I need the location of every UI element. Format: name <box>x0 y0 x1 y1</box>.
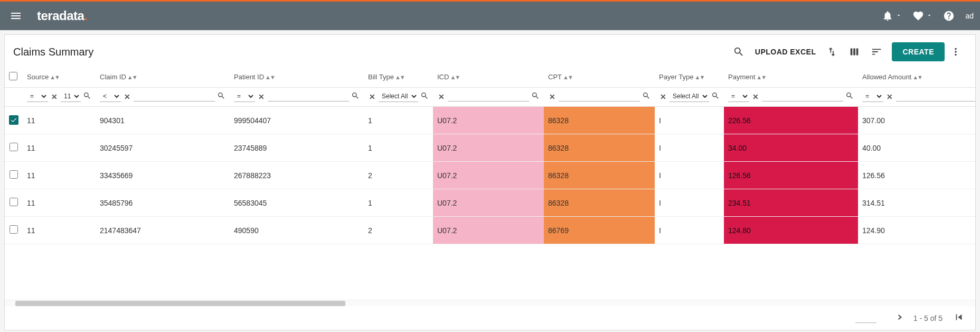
cell-source: 11 <box>23 189 96 217</box>
search-icon[interactable] <box>733 46 745 58</box>
row-checkbox-cell[interactable] <box>5 217 23 244</box>
cell-patient-id: 490590 <box>230 217 364 244</box>
search-icon[interactable] <box>531 91 540 102</box>
col-source[interactable]: Source▲▼ <box>23 67 96 88</box>
page-header: Claims Summary UPLOAD EXCEL CREATE <box>5 35 975 67</box>
col-claim-id[interactable]: Claim ID▲▼ <box>96 67 230 88</box>
help-icon[interactable] <box>943 10 955 22</box>
import-export-icon[interactable] <box>826 46 838 58</box>
cell-allowed: 307.00 <box>858 107 975 134</box>
col-icd[interactable]: ICD▲▼ <box>433 67 544 88</box>
horizontal-scrollbar[interactable] <box>5 300 975 306</box>
table-scroll[interactable]: Source▲▼ Claim ID▲▼ Patient ID▲▼ Bill Ty… <box>5 67 975 300</box>
search-icon[interactable] <box>351 91 360 102</box>
filter-op-select[interactable]: = <box>27 91 48 102</box>
filter-op-select[interactable]: = <box>234 91 255 102</box>
col-bill-type[interactable]: Bill Type▲▼ <box>364 67 433 88</box>
select-all-header[interactable] <box>5 67 23 88</box>
user-label[interactable]: ad <box>965 12 974 20</box>
clear-icon[interactable]: ✕ <box>548 93 557 101</box>
filter-input[interactable] <box>896 91 975 102</box>
col-payment[interactable]: Payment▲▼ <box>724 67 858 88</box>
search-icon[interactable] <box>217 91 225 102</box>
create-button[interactable]: CREATE <box>892 42 945 61</box>
cell-bill-type: 1 <box>364 107 433 134</box>
sort-icon[interactable] <box>871 46 882 58</box>
filter-input[interactable] <box>762 91 843 102</box>
checkbox-checked-icon[interactable] <box>9 115 18 125</box>
table-row[interactable]: 1121474836474905902U07.286769I124.80124.… <box>5 217 975 244</box>
table-row[interactable]: 11334356692678882232U07.286328I126.56126… <box>5 162 975 189</box>
filter-op-select[interactable]: = <box>862 91 883 102</box>
col-cpt[interactable]: CPT▲▼ <box>544 67 655 88</box>
col-allowed[interactable]: Allowed Amount▲▼ <box>858 67 975 88</box>
upload-excel-button[interactable]: UPLOAD EXCEL <box>755 48 816 56</box>
next-page-icon[interactable] <box>891 311 903 325</box>
filter-select[interactable]: Select All <box>379 91 418 102</box>
cell-payer-type: I <box>655 162 724 189</box>
clear-icon[interactable]: ✕ <box>885 93 894 101</box>
col-patient-id[interactable]: Patient ID▲▼ <box>230 67 364 88</box>
main-panel: Claims Summary UPLOAD EXCEL CREATE Sourc… <box>4 34 976 330</box>
cell-icd: U07.2 <box>433 134 544 162</box>
sort-icon: ▲▼ <box>695 74 704 80</box>
select-all-checkbox[interactable] <box>9 72 17 80</box>
cell-cpt: 86769 <box>544 217 655 244</box>
first-page-icon[interactable] <box>953 311 965 325</box>
cell-claim-id: 35485796 <box>96 189 230 217</box>
row-checkbox[interactable] <box>10 225 18 234</box>
sort-icon: ▲▼ <box>395 74 404 80</box>
filter-input[interactable] <box>448 91 529 102</box>
clear-icon[interactable]: ✕ <box>659 93 667 101</box>
clear-icon[interactable]: ✕ <box>437 93 446 101</box>
clear-icon[interactable]: ✕ <box>257 93 266 101</box>
sort-icon: ▲▼ <box>912 74 922 80</box>
row-checkbox-cell[interactable] <box>5 162 23 189</box>
cell-source: 11 <box>23 134 96 162</box>
cell-source: 11 <box>23 217 96 244</box>
row-checkbox[interactable] <box>10 198 18 206</box>
row-checkbox[interactable] <box>10 143 18 151</box>
clear-icon[interactable]: ✕ <box>123 93 131 101</box>
filter-value-select[interactable]: 11 <box>61 91 81 102</box>
row-checkbox-cell[interactable] <box>5 189 23 217</box>
notifications-icon[interactable] <box>882 10 902 22</box>
search-icon[interactable] <box>711 91 720 102</box>
row-checkbox-cell[interactable] <box>5 134 23 162</box>
menu-icon[interactable] <box>10 10 22 22</box>
row-checkbox[interactable] <box>10 170 18 179</box>
table-header-row: Source▲▼ Claim ID▲▼ Patient ID▲▼ Bill Ty… <box>5 67 975 88</box>
search-icon[interactable] <box>642 91 651 102</box>
cell-claim-id: 33435669 <box>96 162 230 189</box>
clear-icon[interactable]: ✕ <box>751 93 760 101</box>
filter-allowed: = ✕ <box>862 91 975 102</box>
table-row[interactable]: 1130245597237458891U07.286328I34.0040.00 <box>5 134 975 162</box>
cell-icd: U07.2 <box>433 107 544 134</box>
col-payer-type[interactable]: Payer Type▲▼ <box>655 67 724 88</box>
cell-patient-id: 267888223 <box>230 162 364 189</box>
search-icon[interactable] <box>420 91 429 102</box>
filter-input[interactable] <box>134 91 215 102</box>
columns-icon[interactable] <box>849 46 860 58</box>
cell-payment: 234.51 <box>724 189 858 217</box>
cell-icd: U07.2 <box>433 217 544 244</box>
more-icon[interactable] <box>950 46 962 58</box>
scrollbar-thumb[interactable] <box>15 301 345 306</box>
table-row[interactable]: 119043019995044071U07.286328I226.56307.0… <box>5 107 975 134</box>
search-icon[interactable] <box>83 91 91 102</box>
col-label: Payer Type <box>659 73 694 81</box>
clear-icon[interactable]: ✕ <box>50 93 59 101</box>
filter-select[interactable]: Select All <box>670 91 709 102</box>
table-row[interactable]: 1135485796565830451U07.286328I234.51314.… <box>5 189 975 217</box>
filter-input[interactable] <box>268 91 349 102</box>
page-size-input[interactable] <box>855 313 877 323</box>
row-checkbox-cell[interactable] <box>5 107 23 134</box>
clear-icon[interactable]: ✕ <box>368 93 376 101</box>
cell-cpt: 86328 <box>544 107 655 134</box>
search-icon[interactable] <box>845 91 854 102</box>
favorites-icon[interactable] <box>912 10 932 22</box>
filter-op-select[interactable]: = <box>728 91 749 102</box>
filter-op-select[interactable]: < <box>100 91 121 102</box>
filter-input[interactable] <box>559 91 640 102</box>
page-title: Claims Summary <box>13 46 93 58</box>
